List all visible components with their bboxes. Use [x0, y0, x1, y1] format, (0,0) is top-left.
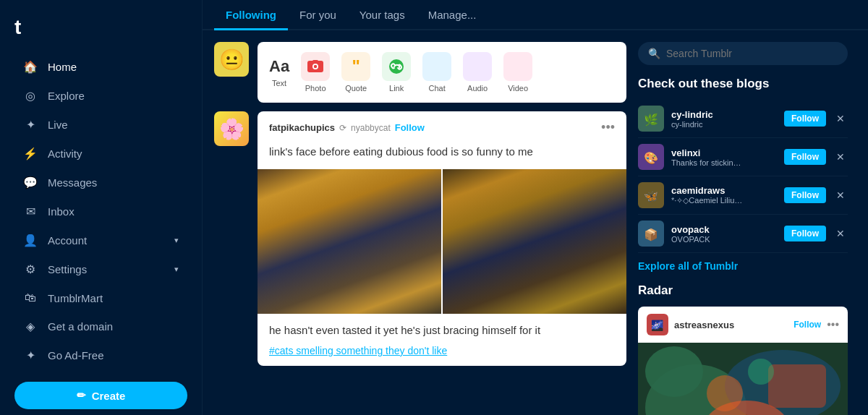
- blog-info-0: cy-lindric cy-lindric: [671, 109, 777, 129]
- home-icon: 🏠: [23, 60, 38, 74]
- post-images: [258, 169, 626, 314]
- sidebar-label-account: Account: [48, 234, 87, 247]
- toolbar-quote[interactable]: " Quote: [341, 52, 370, 93]
- blog-info-1: velinxi Thanks for sticking...: [671, 147, 777, 167]
- video-icon: 🎬: [503, 52, 532, 81]
- sidebar-item-settings[interactable]: ⚙ Settings ▾: [6, 255, 196, 283]
- blog-name-3: ovopack: [671, 224, 777, 235]
- sidebar-item-noad[interactable]: ✦ Go Ad-Free: [6, 341, 196, 369]
- toolbar-text[interactable]: Aa Text: [269, 57, 289, 87]
- tab-your-tags[interactable]: Your tags: [348, 0, 417, 30]
- svg-text:🦋: 🦋: [644, 189, 658, 203]
- noad-icon: ✦: [23, 348, 38, 362]
- blog-avatar-1: 🎨: [638, 144, 664, 170]
- follow-button-3[interactable]: Follow: [784, 226, 826, 241]
- radar-follow-button[interactable]: Follow: [793, 320, 821, 330]
- blogs-section-title: Check out these blogs: [638, 77, 848, 91]
- sidebar-item-tumblrmart[interactable]: 🛍 TumblrMart: [6, 284, 196, 312]
- svg-text:👋: 👋: [430, 59, 446, 76]
- sidebar-item-account[interactable]: 👤 Account ▾: [6, 226, 196, 254]
- post-meta: fatpikachupics ⟳ nyabbycat Follow: [269, 122, 595, 133]
- search-input[interactable]: [666, 48, 838, 59]
- search-bar[interactable]: 🔍: [638, 42, 848, 65]
- toolbar-link[interactable]: Link: [382, 52, 411, 93]
- create-pencil-icon: ✏: [77, 389, 86, 402]
- blog-avatar-2: 🦋: [638, 182, 664, 208]
- sidebar-item-home[interactable]: 🏠 Home: [6, 53, 196, 81]
- sidebar-label-home: Home: [48, 61, 77, 73]
- close-blog-0[interactable]: ✕: [833, 113, 848, 124]
- create-button[interactable]: ✏ Create: [14, 382, 187, 409]
- post-caption2: he hasn't even tasted it yet he's just b…: [258, 314, 626, 343]
- blog-sub-0: cy-lindric: [671, 120, 744, 129]
- blog-info-3: ovopack OVOPACK: [671, 224, 777, 244]
- radar-more-button[interactable]: •••: [827, 318, 839, 331]
- audio-label: Audio: [467, 84, 488, 93]
- post-tag[interactable]: #cats smelling something they don't like: [258, 343, 626, 366]
- create-section: ✏ Create: [14, 382, 187, 409]
- quote-label: Quote: [345, 84, 367, 93]
- toolbar-photo[interactable]: Photo: [301, 52, 330, 93]
- activity-icon: ⚡: [23, 147, 38, 161]
- user-avatar: 😐: [214, 42, 249, 77]
- toolbar-video[interactable]: 🎬 Video: [503, 52, 532, 93]
- svg-rect-3: [312, 60, 318, 62]
- radar-image: [638, 343, 848, 415]
- toolbar-audio[interactable]: 🎧 Audio: [463, 52, 492, 93]
- avatar-emoji: 😐: [219, 48, 244, 72]
- toolbar-chat[interactable]: 👋 Chat: [422, 52, 451, 93]
- svg-text:📦: 📦: [644, 228, 658, 241]
- close-blog-2[interactable]: ✕: [833, 189, 848, 201]
- photo-label: Photo: [305, 84, 326, 93]
- post-card: fatpikachupics ⟳ nyabbycat Follow ••• li…: [258, 111, 626, 366]
- sidebar-item-live[interactable]: ✦ Live: [6, 111, 196, 139]
- follow-button-2[interactable]: Follow: [784, 187, 826, 203]
- sidebar-item-messages[interactable]: 💬 Messages: [6, 168, 196, 197]
- chat-icon: 👋: [422, 52, 451, 81]
- sidebar-label-noad: Go Ad-Free: [48, 349, 104, 361]
- sidebar-label-activity: Activity: [48, 147, 82, 160]
- post-caption1: link's face before eating dubious food i…: [258, 141, 626, 169]
- radar-card: 🌌 astreasnexus Follow •••: [638, 307, 848, 415]
- sidebar-label-explore: Explore: [48, 90, 85, 102]
- post-tag-link[interactable]: #cats smelling something they don't like: [269, 345, 447, 356]
- post-toolbar: Aa Text Photo " Quote: [258, 42, 626, 103]
- post-more-button[interactable]: •••: [601, 120, 615, 135]
- reblog-icon: ⟳: [339, 123, 346, 133]
- radar-section: Radar 🌌 astreasnexus Follow •••: [638, 283, 848, 415]
- sidebar-item-domain[interactable]: ◈ Get a domain: [6, 312, 196, 341]
- close-blog-3[interactable]: ✕: [833, 228, 848, 239]
- follow-button-0[interactable]: Follow: [784, 111, 826, 127]
- settings-chevron-icon: ▾: [174, 265, 179, 274]
- close-blog-1[interactable]: ✕: [833, 151, 848, 163]
- sidebar-item-inbox[interactable]: ✉ Inbox: [6, 197, 196, 226]
- svg-text:🎨: 🎨: [644, 151, 658, 165]
- sidebar-label-settings: Settings: [48, 263, 87, 275]
- audio-icon: 🎧: [463, 52, 492, 81]
- svg-text:🎬: 🎬: [511, 59, 527, 76]
- sidebar-item-activity[interactable]: ⚡ Activity: [6, 140, 196, 168]
- blog-card-1: 🎨 velinxi Thanks for sticking... Follow …: [638, 138, 848, 176]
- messages-icon: 💬: [23, 176, 38, 189]
- explore-all-link[interactable]: Explore all of Tumblr: [638, 260, 848, 272]
- svg-point-2: [314, 65, 317, 68]
- feed-column: 😐 Aa Text Photo ": [214, 42, 626, 415]
- sidebar-label-domain: Get a domain: [48, 320, 113, 333]
- sidebar-label-inbox: Inbox: [48, 205, 75, 218]
- blog-name-0: cy-lindric: [671, 109, 777, 120]
- explore-icon: ◎: [23, 89, 38, 103]
- follow-button-1[interactable]: Follow: [784, 149, 826, 165]
- tab-manage[interactable]: Manage...: [417, 0, 488, 30]
- content-area: 😐 Aa Text Photo ": [203, 30, 868, 415]
- blog-name-1: velinxi: [671, 147, 777, 158]
- blog-card-0: 🌿 cy-lindric cy-lindric Follow ✕: [638, 100, 848, 138]
- svg-rect-23: [768, 364, 826, 408]
- post-follow-button[interactable]: Follow: [395, 122, 425, 133]
- link-icon: [382, 52, 411, 81]
- sidebar-item-explore[interactable]: ◎ Explore: [6, 82, 196, 110]
- tab-for-you[interactable]: For you: [288, 0, 348, 30]
- tab-following[interactable]: Following: [214, 0, 288, 30]
- right-sidebar: 🔍 Check out these blogs 🌿 cy-lindric cy-…: [638, 42, 848, 415]
- blog-sub-3: OVOPACK: [671, 235, 744, 244]
- svg-text:🌌: 🌌: [651, 320, 664, 332]
